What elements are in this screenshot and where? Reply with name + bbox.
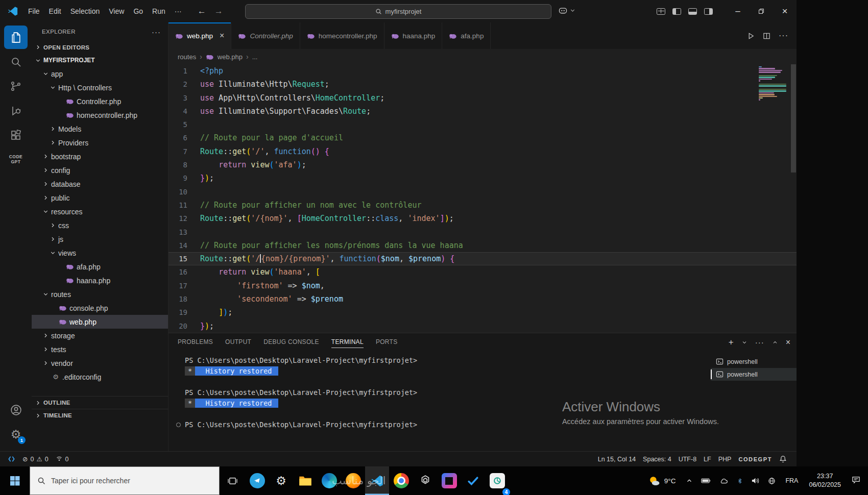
tree-item-database[interactable]: database bbox=[32, 177, 168, 191]
code-line-14[interactable]: 14// Route pour afficher les noms/prénom… bbox=[168, 239, 797, 252]
tree-item-bootstrap[interactable]: bootstrap bbox=[32, 150, 168, 163]
activity-explorer[interactable] bbox=[4, 26, 28, 49]
tree-item-tests[interactable]: tests bbox=[32, 342, 168, 356]
code-line-2[interactable]: 2use Illuminate\Http\Request; bbox=[168, 78, 797, 91]
tree-item-config[interactable]: config bbox=[32, 163, 168, 177]
tree-item-Providers[interactable]: Providers bbox=[32, 136, 168, 150]
tab-web.php[interactable]: web.php× bbox=[168, 22, 231, 49]
toggle-secondary-sidebar-icon[interactable] bbox=[704, 8, 713, 15]
outline-section[interactable]: OUTLINE bbox=[32, 396, 168, 409]
close-tab-icon[interactable]: × bbox=[220, 31, 224, 40]
taskbar-settings[interactable]: ⚙ bbox=[269, 466, 293, 495]
menu-run[interactable]: Run bbox=[148, 4, 170, 18]
taskbar-telegram[interactable] bbox=[245, 466, 269, 495]
weather-widget[interactable]: 9°C bbox=[642, 475, 682, 487]
panel-tab-terminal[interactable]: TERMINAL bbox=[331, 333, 364, 351]
activity-run-debug[interactable] bbox=[4, 99, 28, 122]
tab-haana.php[interactable]: haana.php bbox=[384, 22, 443, 49]
toggle-panel-icon[interactable] bbox=[688, 8, 697, 15]
taskbar-search[interactable]: Taper ici pour rechercher bbox=[30, 466, 220, 495]
copilot-menu[interactable] bbox=[558, 5, 576, 16]
tree-item-routes[interactable]: routes bbox=[32, 287, 168, 301]
activity-source-control[interactable] bbox=[4, 75, 28, 98]
code-line-3[interactable]: 3use App\Http\Controllers\HomeController… bbox=[168, 91, 797, 105]
code-line-20[interactable]: 20}); bbox=[168, 319, 797, 333]
tree-item-Controller.php[interactable]: Controller.php bbox=[32, 94, 168, 108]
problems-indicator[interactable]: ⊘0 ⚠0 bbox=[19, 455, 52, 463]
tree-item-Models[interactable]: Models bbox=[32, 122, 168, 136]
code-line-13[interactable]: 13 bbox=[168, 226, 797, 239]
code-line-7[interactable]: 7Route::get('/', function() { bbox=[168, 145, 797, 158]
status-language[interactable]: PHP bbox=[715, 456, 735, 463]
maximize-panel-icon[interactable] bbox=[772, 339, 778, 345]
start-button[interactable] bbox=[0, 466, 30, 495]
taskbar-edge[interactable] bbox=[317, 466, 341, 495]
taskbar-vscode[interactable] bbox=[365, 466, 389, 495]
tree-item-public[interactable]: public bbox=[32, 191, 168, 205]
breadcrumb-item[interactable]: routes bbox=[178, 53, 196, 61]
panel-tab-problems[interactable]: PROBLEMS bbox=[178, 333, 213, 351]
tray-chevron-up[interactable] bbox=[682, 477, 697, 485]
tree-item-homecontroller.php[interactable]: homecontroller.php bbox=[32, 108, 168, 122]
taskbar-file-explorer[interactable] bbox=[293, 466, 317, 495]
minimap[interactable] bbox=[759, 66, 788, 101]
task-view-button[interactable] bbox=[220, 466, 245, 495]
language-indicator[interactable]: FRA bbox=[780, 477, 804, 484]
tree-item-console.php[interactable]: console.php bbox=[32, 301, 168, 315]
code-editor[interactable]: 1<?php2use Illuminate\Http\Request;3use … bbox=[168, 64, 797, 333]
nav-back-button[interactable]: ← bbox=[198, 6, 206, 16]
panel-tab-ports[interactable]: PORTS bbox=[376, 333, 398, 351]
terminal-instance[interactable]: powershell bbox=[711, 368, 797, 381]
code-line-4[interactable]: 4use Illuminate\Support\Facades\Route; bbox=[168, 105, 797, 118]
tree-item-haana.php[interactable]: haana.php bbox=[32, 274, 168, 287]
ports-indicator[interactable]: 0 bbox=[52, 456, 73, 463]
new-terminal-icon[interactable]: + bbox=[729, 337, 734, 348]
tree-item-resources[interactable]: resources bbox=[32, 205, 168, 218]
tree-item-storage[interactable]: storage bbox=[32, 329, 168, 342]
tab-afa.php[interactable]: afa.php bbox=[442, 22, 491, 49]
activity-extensions[interactable] bbox=[4, 123, 28, 147]
terminal-instance[interactable]: powershell bbox=[711, 355, 797, 368]
code-line-10[interactable]: 10 bbox=[168, 185, 797, 199]
activity-settings[interactable]: ⚙1 bbox=[4, 423, 28, 446]
open-editors-section[interactable]: OPEN EDITORS bbox=[32, 41, 168, 54]
menu-go[interactable]: Go bbox=[129, 4, 148, 18]
editor-scrollbar[interactable] bbox=[791, 64, 796, 172]
window-close-button[interactable]: × bbox=[773, 0, 797, 22]
code-line-18[interactable]: 18 'secondenom' => $prenom bbox=[168, 292, 797, 306]
breadcrumb-item[interactable]: ... bbox=[252, 53, 258, 61]
panel-tab-debug-console[interactable]: DEBUG CONSOLE bbox=[263, 333, 319, 351]
breadcrumb-item[interactable]: web.php bbox=[218, 53, 243, 61]
tree-item-afa.php[interactable]: afa.php bbox=[32, 260, 168, 274]
code-line-16[interactable]: 16 return view('haana', [ bbox=[168, 265, 797, 279]
activity-search[interactable] bbox=[4, 50, 28, 73]
tray-network[interactable] bbox=[764, 477, 780, 485]
tray-volume[interactable] bbox=[747, 477, 764, 485]
run-code-icon[interactable] bbox=[747, 32, 755, 40]
more-actions-icon[interactable]: ··· bbox=[152, 28, 161, 36]
notifications-bell[interactable] bbox=[776, 455, 790, 463]
status-cursor-position[interactable]: Ln 15, Col 14 bbox=[594, 456, 639, 463]
tree-item-views[interactable]: views bbox=[32, 246, 168, 260]
menu-selection[interactable]: Selection bbox=[66, 4, 105, 18]
nav-forward-button[interactable]: → bbox=[214, 6, 223, 16]
activity-codegpt[interactable]: CODEGPT bbox=[4, 148, 28, 171]
tray-battery[interactable] bbox=[697, 477, 715, 485]
terminal-output[interactable]: PS C:\Users\poste\Desktop\Laravel-Projec… bbox=[168, 351, 711, 451]
timeline-section[interactable]: TIMELINE bbox=[32, 409, 168, 422]
tree-item-vendor[interactable]: vendor bbox=[32, 356, 168, 370]
taskbar-check-app[interactable] bbox=[461, 466, 485, 495]
code-line-12[interactable]: 12Route::get('/{nom}', [HomeController::… bbox=[168, 212, 797, 225]
project-root-folder[interactable]: MYFIRSTPROJET bbox=[32, 54, 168, 67]
tree-item-web.php[interactable]: web.php bbox=[32, 315, 168, 329]
customize-layout-icon[interactable] bbox=[657, 8, 665, 15]
tree-item-.editorconfig[interactable]: ⚙.editorconfig bbox=[32, 370, 168, 384]
window-maximize-button[interactable] bbox=[750, 0, 773, 22]
code-line-19[interactable]: 19 ]); bbox=[168, 306, 797, 319]
tab-homecontroller.php[interactable]: homecontroller.php bbox=[300, 22, 384, 49]
status-encoding[interactable]: UTF-8 bbox=[675, 456, 700, 463]
tree-item-app[interactable]: app bbox=[32, 67, 168, 81]
action-center-button[interactable] bbox=[846, 476, 868, 486]
status-eol[interactable]: LF bbox=[700, 456, 715, 463]
code-line-11[interactable]: 11// Route pour afficher un nom avec le … bbox=[168, 199, 797, 212]
